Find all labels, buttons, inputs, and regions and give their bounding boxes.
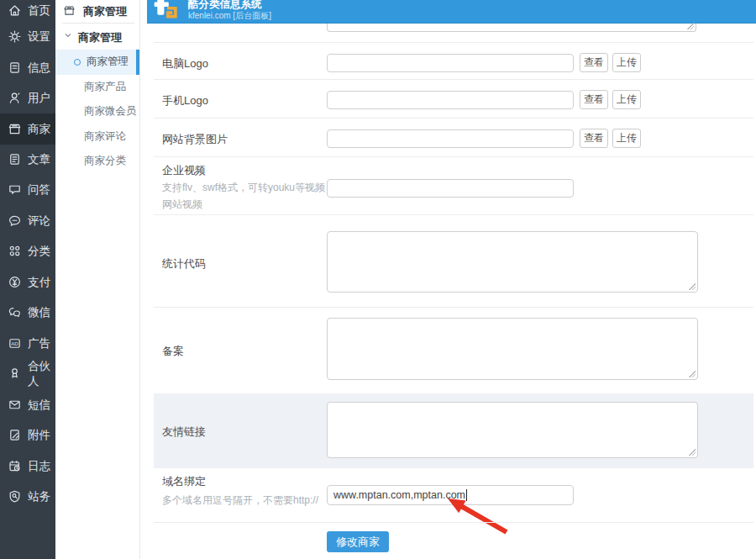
wechat-icon — [8, 305, 23, 320]
sidebar-item-gear[interactable]: 设置 — [0, 22, 55, 52]
sidebar-item-label: 信息 — [28, 61, 50, 76]
header-title-block: 酷分类信息系统 kfenlei.com [后台面板] — [188, 0, 271, 21]
sidebar-item-label: 文章 — [28, 152, 50, 167]
sidebar-item-site[interactable]: 站务 — [0, 482, 55, 512]
sidebar-item-sms[interactable]: 短信 — [0, 389, 55, 419]
qa-icon — [8, 182, 23, 198]
row-divider — [154, 307, 753, 308]
site-title: 酷分类信息系统 — [188, 0, 271, 10]
row-divider — [154, 214, 753, 215]
view-button[interactable]: 查看 — [580, 90, 608, 109]
row-divider — [154, 522, 753, 523]
submenu-item-label: 商家产品 — [84, 80, 126, 94]
icp-textarea[interactable] — [327, 318, 698, 380]
category-icon — [8, 244, 23, 259]
svg-text:AD: AD — [11, 340, 18, 346]
submenu-group-label: 商家管理 — [78, 30, 122, 45]
submenu-panel-title: 商家管理 — [83, 4, 127, 19]
user-icon — [8, 91, 23, 106]
field-label-video: 企业视频 — [162, 163, 206, 178]
sidebar-item-label: 首页 — [28, 3, 50, 18]
text-caret — [466, 489, 467, 501]
upload-button[interactable]: 上传 — [612, 129, 641, 148]
sidebar-item-label: 支付 — [28, 275, 50, 290]
sidebar-item-qa[interactable]: 问答 — [0, 175, 55, 205]
sidebar-item-attachment[interactable]: 附件 — [0, 420, 55, 451]
sidebar-item-label: 站务 — [28, 489, 50, 504]
save-merchant-button[interactable]: 修改商家 — [327, 531, 389, 552]
sidebar-item-label: 日志 — [28, 459, 50, 474]
ad-icon: AD — [8, 336, 23, 351]
upload-path-input[interactable] — [327, 129, 574, 148]
upload-button[interactable]: 上传 — [612, 53, 641, 72]
sidebar-item-user[interactable]: 用户 — [0, 83, 55, 113]
view-button[interactable]: 查看 — [580, 53, 608, 72]
sidebar-item-article[interactable]: 文章 — [0, 145, 55, 175]
sidebar-item-label: 分类 — [28, 244, 50, 259]
video-url-input[interactable] — [327, 179, 574, 198]
submenu-item-label: 商家分类 — [84, 154, 126, 168]
site-icon — [8, 489, 23, 504]
sidebar-item-category[interactable]: 分类 — [0, 236, 55, 266]
submenu-item-1[interactable]: 商家产品 — [55, 75, 139, 100]
store-icon — [8, 122, 23, 137]
submenu-item-3[interactable]: 商家评论 — [55, 124, 139, 150]
sidebar-item-label: 微信 — [28, 305, 50, 320]
sidebar-item-label: 附件 — [28, 428, 50, 443]
friend-links-textarea[interactable] — [327, 402, 698, 458]
submenu-group-merchant[interactable]: 商家管理 — [55, 29, 139, 46]
sidebar-item-label: 短信 — [28, 398, 50, 413]
row-divider — [154, 118, 753, 119]
info-icon — [8, 61, 23, 76]
site-subtitle: kfenlei.com [后台面板] — [188, 11, 271, 21]
row-divider — [154, 79, 753, 80]
submenu-panel-header: 商家管理 — [55, 0, 139, 23]
upload-path-input[interactable] — [327, 54, 574, 72]
admin-page: 首页设置信息用户商家文章问答评论分类支付微信AD广告合伙人短信附件日志站务 商家… — [0, 0, 756, 559]
sidebar-item-wechat[interactable]: 微信 — [0, 298, 55, 328]
store-icon — [63, 4, 78, 19]
gear-icon — [8, 29, 23, 45]
submenu-item-4[interactable]: 商家分类 — [55, 149, 139, 174]
submenu-item-0[interactable]: 商家管理 — [55, 50, 139, 75]
sidebar-item-partner[interactable]: 合伙人 — [0, 359, 55, 389]
upload-path-input[interactable] — [327, 91, 574, 109]
submenu-item-label: 商家评论 — [84, 129, 126, 144]
partner-icon — [8, 367, 23, 382]
stats-code-textarea[interactable] — [327, 231, 698, 293]
view-button[interactable]: 查看 — [580, 129, 608, 148]
active-bullet-icon — [74, 59, 81, 66]
divider — [62, 23, 134, 24]
sidebar-item-label: 设置 — [28, 29, 50, 45]
field-label-domain: 域名绑定 — [162, 474, 206, 489]
submenu-item-label: 商家微会员 — [84, 104, 137, 119]
sidebar-item-label: 问答 — [28, 182, 50, 198]
sidebar-item-pay[interactable]: 支付 — [0, 267, 55, 298]
row-divider — [154, 156, 753, 157]
field-note-domain: 多个域名用逗号隔开，不需要http:// — [162, 492, 318, 509]
field-label-stats: 统计代码 — [162, 256, 206, 272]
sidebar-item-ad[interactable]: AD广告 — [0, 329, 55, 359]
sidebar-item-label: 商家 — [28, 122, 50, 137]
upload-button[interactable]: 上传 — [612, 90, 641, 109]
submenu-panel: 商家管理 商家管理 商家管理商家产品商家微会员商家评论商家分类 — [55, 0, 140, 559]
log-icon — [8, 459, 23, 474]
pay-icon — [8, 275, 23, 290]
sms-icon — [8, 398, 23, 413]
comment-icon — [8, 214, 23, 229]
domain-input-value: www.mptan.com,mptan.com — [333, 489, 465, 501]
sidebar-item-log[interactable]: 日志 — [0, 451, 55, 481]
sidebar-item-store[interactable]: 商家 — [0, 113, 55, 144]
submenu-item-2[interactable]: 商家微会员 — [55, 99, 139, 124]
sidebar-item-comment[interactable]: 评论 — [0, 206, 55, 236]
sidebar-item-label: 合伙人 — [28, 359, 55, 389]
field-note-video: 支持flv、swf格式，可转youku等视频网站视频 — [162, 179, 328, 213]
field-label-links: 友情链接 — [162, 425, 206, 440]
partial-textarea[interactable] — [327, 24, 696, 32]
sidebar-item-label: 评论 — [28, 214, 50, 229]
main-sidebar: 首页设置信息用户商家文章问答评论分类支付微信AD广告合伙人短信附件日志站务 — [0, 0, 55, 559]
sidebar-item-info[interactable]: 信息 — [0, 52, 55, 82]
top-header: 酷分类信息系统 kfenlei.com [后台面板] — [147, 0, 756, 24]
domain-input[interactable]: www.mptan.com,mptan.com — [327, 485, 574, 505]
sidebar-item-label: 用户 — [28, 91, 50, 106]
